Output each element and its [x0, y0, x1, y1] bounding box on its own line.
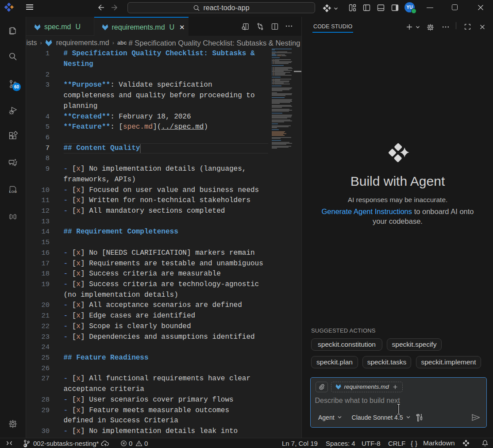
svg-text:LOG: LOG	[9, 190, 17, 194]
svg-text:*: *	[24, 443, 26, 447]
